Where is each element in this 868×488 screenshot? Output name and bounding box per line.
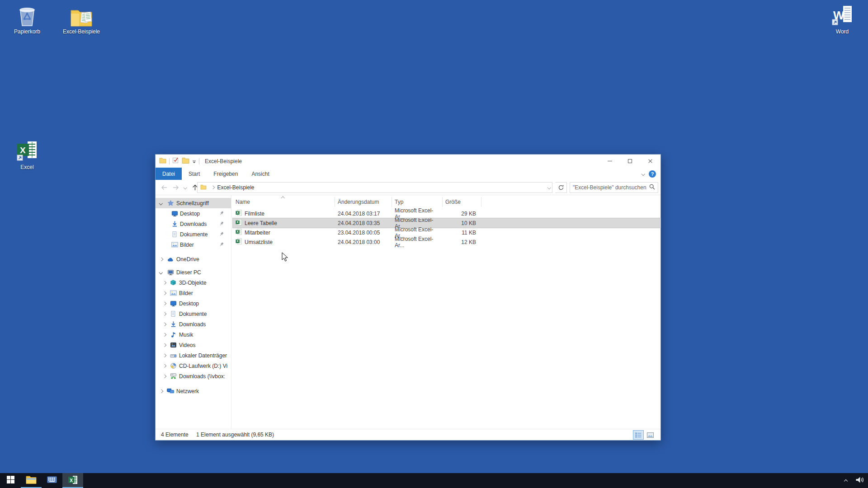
tray-expand-chevron-icon[interactable]: [844, 479, 847, 483]
nav-item-cd-laufwerk[interactable]: CD-Laufwerk (D:) Vi: [156, 361, 231, 371]
nav-item-label: Bilder: [179, 290, 193, 296]
expand-ribbon-chevron-icon[interactable]: [642, 173, 645, 175]
volume-icon[interactable]: [855, 476, 864, 485]
file-row-filmliste[interactable]: X Filmliste 24.04.2018 03:17 Microsoft E…: [233, 209, 660, 218]
file-name: Leere Tabelle: [245, 220, 277, 226]
keyboard-icon: [47, 476, 57, 485]
nav-item-lokaler-datentraeger[interactable]: Lokaler Datenträger: [156, 350, 231, 361]
taskbar-excel-button[interactable]: X: [62, 473, 83, 488]
minimize-icon: [608, 161, 612, 161]
desktop-icon-papierkorb[interactable]: Papierkorb: [5, 4, 50, 35]
breadcrumb[interactable]: Excel-Beispiele: [217, 184, 255, 191]
file-row-mitarbeiter[interactable]: X Mitarbeiter 23.04.2018 00:05 Microsoft…: [233, 228, 660, 237]
tab-datei[interactable]: Datei: [156, 168, 182, 180]
nav-item-videos[interactable]: Videos: [156, 340, 231, 350]
nav-item-downloads-pinned[interactable]: Downloads: [156, 219, 231, 229]
title-bar[interactable]: Excel-Beispiele: [156, 155, 660, 168]
nav-item-schnellzugriff[interactable]: Schnellzugriff: [156, 198, 231, 208]
back-button[interactable]: [158, 182, 170, 193]
onedrive-cloud-icon: [167, 256, 174, 263]
close-button[interactable]: [640, 155, 660, 168]
taskbar-keyboard-button[interactable]: [42, 473, 62, 488]
column-header-aenderungsdatum[interactable]: Änderungsdatum: [335, 197, 392, 207]
nav-item-dokumente[interactable]: Dokumente: [156, 309, 231, 319]
chevron-right-icon[interactable]: [163, 282, 166, 284]
chevron-down-icon[interactable]: [160, 271, 162, 274]
network-drive-icon: [170, 373, 177, 380]
file-date: 24.04.2018 03:35: [335, 218, 392, 228]
taskbar-file-explorer-button[interactable]: [21, 473, 42, 488]
start-button[interactable]: [0, 473, 21, 488]
chevron-right-icon[interactable]: [163, 375, 166, 378]
search-icon[interactable]: [649, 183, 655, 192]
items-count: 4 Elemente: [161, 432, 193, 438]
nav-item-netzwerk[interactable]: Netzwerk: [156, 386, 231, 396]
nav-item-bilder-pinned[interactable]: Bilder: [156, 239, 231, 250]
thumbnail-view-button[interactable]: [645, 431, 655, 439]
nav-item-desktop-pinned[interactable]: Desktop: [156, 208, 231, 219]
nav-item-musik[interactable]: Musik: [156, 329, 231, 340]
maximize-button[interactable]: [620, 155, 640, 168]
file-row-leere-tabelle[interactable]: X Leere Tabelle 24.04.2018 03:35 Microso…: [233, 218, 660, 228]
status-bar: 4 Elemente 1 Element ausgewählt (9,65 KB…: [156, 429, 660, 440]
recent-locations-chevron-icon[interactable]: [182, 182, 189, 193]
nav-item-label: Dokumente: [180, 231, 208, 238]
new-folder-icon[interactable]: [182, 157, 189, 165]
search-box[interactable]: [570, 182, 658, 193]
file-row-umsatzliste[interactable]: X Umsatzliste 24.04.2018 03:00 Microsoft…: [233, 237, 660, 247]
minimize-button[interactable]: [599, 155, 620, 168]
chevron-right-icon[interactable]: [163, 323, 166, 326]
desktop-icon-excel[interactable]: X Excel: [5, 139, 50, 170]
help-icon[interactable]: ?: [649, 170, 656, 178]
properties-checkbox-icon[interactable]: [172, 157, 179, 165]
video-icon: [170, 342, 177, 349]
cd-drive-icon: [170, 362, 177, 370]
divider: [169, 158, 170, 164]
chevron-right-icon[interactable]: [163, 365, 166, 367]
details-view-button[interactable]: [633, 431, 643, 439]
nav-item-dokumente-pinned[interactable]: Dokumente: [156, 229, 231, 239]
forward-button[interactable]: [170, 182, 182, 193]
chevron-right-icon[interactable]: [163, 354, 166, 357]
tab-ansicht[interactable]: Ansicht: [245, 168, 276, 180]
chevron-right-icon[interactable]: [160, 390, 163, 393]
nav-item-bilder[interactable]: Bilder: [156, 288, 231, 298]
search-input[interactable]: [573, 184, 649, 191]
qat-dropdown-chevron-icon[interactable]: [192, 157, 196, 165]
refresh-button[interactable]: [555, 182, 567, 193]
chevron-right-icon[interactable]: [163, 344, 166, 347]
column-header-groesse[interactable]: Größe: [443, 197, 481, 207]
nav-item-desktop[interactable]: Desktop: [156, 298, 231, 309]
desktop-icon-label: Excel-Beispiele: [59, 28, 104, 35]
desktop-icon-excel-beispiele[interactable]: Excel-Beispiele: [59, 4, 104, 35]
address-folder-icon: [200, 184, 207, 191]
chevron-right-icon[interactable]: [163, 302, 166, 305]
column-header-typ[interactable]: Typ: [392, 197, 443, 207]
chevron-right-icon[interactable]: [163, 333, 166, 336]
address-bar[interactable]: Excel-Beispiele: [197, 182, 552, 193]
nav-item-downloads-network[interactable]: Downloads (\\vbox:: [156, 371, 231, 381]
chevron-right-icon[interactable]: [163, 313, 166, 315]
file-list-area[interactable]: Name Änderungsdatum Typ Größe X Filmlist…: [231, 195, 660, 429]
chevron-down-icon[interactable]: [160, 202, 162, 205]
folder-documents-icon: [59, 4, 104, 27]
chevron-right-icon[interactable]: [163, 292, 166, 295]
column-header-name[interactable]: Name: [233, 197, 335, 207]
tab-freigeben[interactable]: Freigeben: [207, 168, 245, 180]
nav-item-dieser-pc[interactable]: Dieser PC: [156, 267, 231, 277]
nav-item-onedrive[interactable]: OneDrive: [156, 254, 231, 264]
nav-item-3d-objekte[interactable]: 3D-Objekte: [156, 277, 231, 288]
download-arrow-icon: [171, 221, 178, 228]
maximize-icon: [628, 159, 632, 163]
chevron-right-icon[interactable]: [160, 258, 163, 261]
nav-item-downloads[interactable]: Downloads: [156, 319, 231, 329]
recycle-bin-icon: [5, 4, 50, 27]
address-dropdown-chevron-icon[interactable]: [548, 186, 551, 189]
desktop-icon-word[interactable]: W Word: [820, 4, 865, 35]
picture-icon: [170, 290, 177, 297]
hard-disk-icon: [170, 352, 177, 359]
tab-start[interactable]: Start: [182, 168, 207, 180]
cube-icon: [170, 279, 177, 286]
close-icon: [648, 159, 653, 164]
file-type: Microsoft Excel-Ar...: [392, 237, 443, 247]
